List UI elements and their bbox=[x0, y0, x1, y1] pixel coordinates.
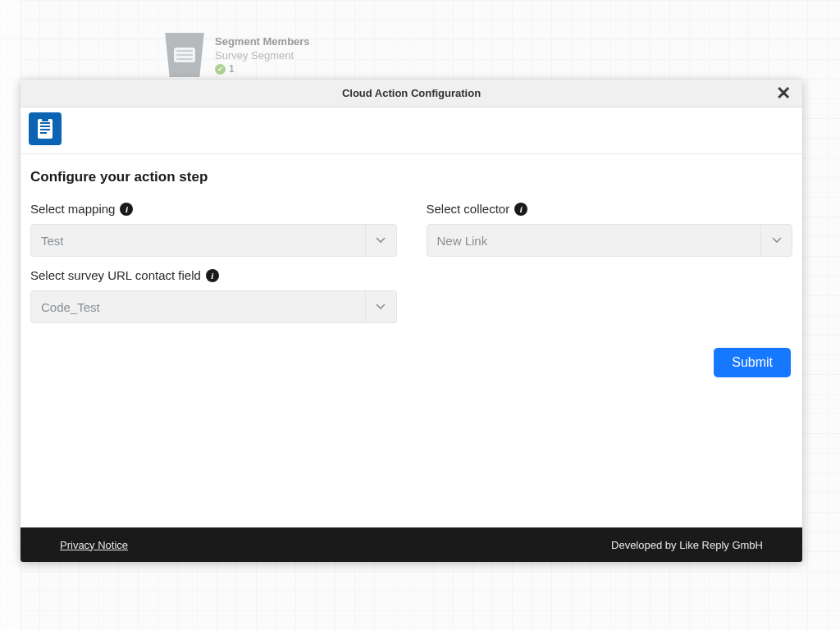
modal-body: Configure your action step Select mappin… bbox=[21, 154, 802, 527]
url-field-select-value: Code_Test bbox=[41, 300, 100, 314]
developer-credit: Developed by Like Reply GmbH bbox=[611, 539, 763, 551]
cloud-action-config-modal: Cloud Action Configuration ✕ Configure y… bbox=[21, 80, 802, 562]
document-icon bbox=[29, 112, 62, 145]
info-icon[interactable]: i bbox=[206, 269, 219, 282]
section-title: Configure your action step bbox=[30, 169, 792, 185]
chevron-down-icon bbox=[760, 225, 792, 256]
mapping-select[interactable]: Test bbox=[30, 224, 397, 257]
svg-rect-1 bbox=[40, 122, 50, 124]
submit-button[interactable]: Submit bbox=[714, 348, 791, 377]
url-field-select[interactable]: Code_Test bbox=[30, 290, 397, 323]
svg-rect-2 bbox=[40, 126, 50, 127]
modal-footer: Privacy Notice Developed by Like Reply G… bbox=[21, 527, 802, 562]
privacy-notice-link[interactable]: Privacy Notice bbox=[60, 539, 128, 551]
chevron-down-icon bbox=[365, 291, 396, 322]
collector-select[interactable]: New Link bbox=[427, 224, 793, 257]
modal-iconbar bbox=[21, 107, 802, 154]
modal-title: Cloud Action Configuration bbox=[342, 87, 481, 99]
chevron-down-icon bbox=[365, 225, 396, 256]
svg-rect-3 bbox=[40, 129, 50, 130]
collector-select-value: New Link bbox=[437, 234, 488, 248]
info-icon[interactable]: i bbox=[120, 203, 133, 216]
info-icon[interactable]: i bbox=[514, 203, 527, 216]
mapping-label: Select mapping i bbox=[30, 202, 397, 216]
modal-header: Cloud Action Configuration ✕ bbox=[21, 80, 802, 107]
close-icon[interactable]: ✕ bbox=[771, 81, 796, 106]
url-field-label: Select survey URL contact field i bbox=[30, 268, 397, 282]
collector-label: Select collector i bbox=[427, 202, 793, 216]
mapping-select-value: Test bbox=[41, 234, 64, 248]
svg-rect-4 bbox=[40, 132, 47, 134]
